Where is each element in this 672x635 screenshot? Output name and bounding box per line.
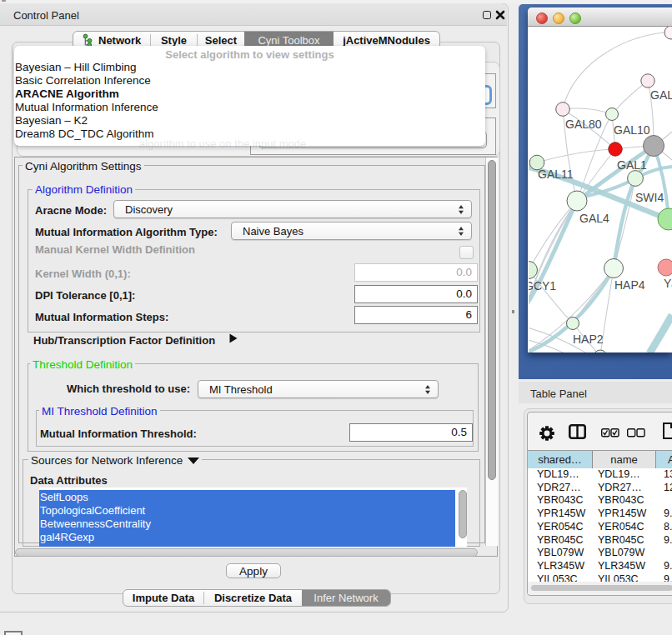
svg-text:HAP2: HAP2 xyxy=(573,332,604,346)
svg-text:GAL4: GAL4 xyxy=(579,212,609,225)
svg-text:YJ: YJ xyxy=(664,277,672,290)
svg-text:SWI4: SWI4 xyxy=(635,191,664,204)
svg-text:GAL11: GAL11 xyxy=(538,168,574,181)
svg-text:GAL1: GAL1 xyxy=(617,158,647,172)
svg-text:GCY1: GCY1 xyxy=(529,279,556,292)
svg-text:HAP4: HAP4 xyxy=(614,278,645,292)
svg-text:GAL2: GAL2 xyxy=(650,88,672,102)
svg-text:GAL10: GAL10 xyxy=(614,123,650,137)
svg-text:GAL80: GAL80 xyxy=(565,118,602,131)
